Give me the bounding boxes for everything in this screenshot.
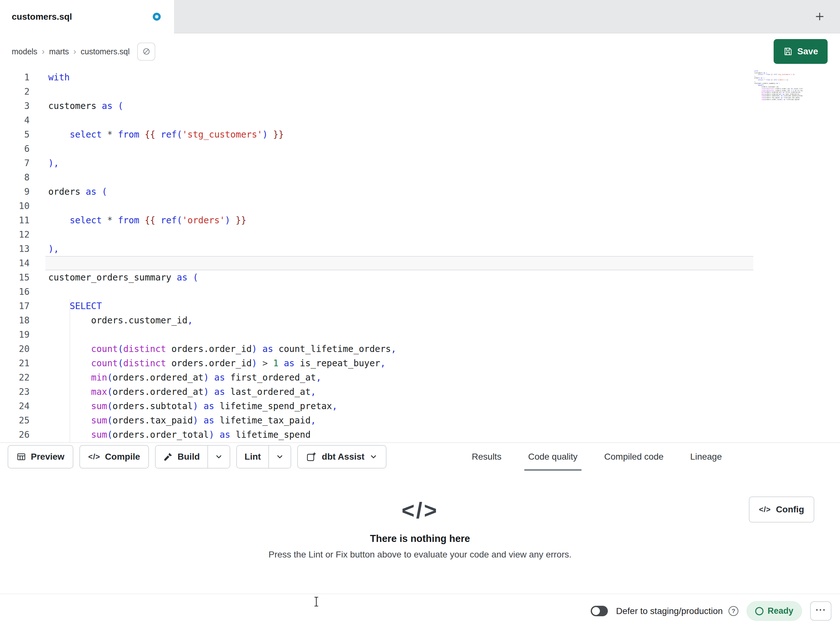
tab-code-quality[interactable]: Code quality [528,443,578,471]
code-icon: </> [88,452,100,461]
unsaved-dot-icon [153,13,161,21]
code-line[interactable]: 20 count(distinct orders.order_id) as co… [0,342,840,356]
code-line-text: sum(orders.tax_paid) as lifetime_tax_pai… [30,415,316,426]
ready-status-badge[interactable]: Ready [747,601,802,621]
breadcrumb-item-file[interactable]: customers.sql [81,47,129,56]
code-line[interactable]: 18 orders.customer_id, [0,313,840,327]
build-button[interactable]: Build [156,446,207,468]
code-line[interactable]: 19 [0,327,840,342]
code-line[interactable]: 13), [0,242,840,256]
chevron-down-icon [276,452,284,461]
lint-button[interactable]: Lint [237,446,268,468]
code-quality-panel: </> Config </> There is nothing here Pre… [0,471,840,594]
tab-results[interactable]: Results [472,443,502,471]
file-tab-title: customers.sql [12,12,72,22]
overflow-menu-button[interactable]: ⋯ [810,601,831,621]
file-tab-customers-sql[interactable]: customers.sql [0,0,174,33]
line-number: 26 [0,429,30,440]
hammer-icon [163,452,173,462]
minimap[interactable]: withcustomers as ( select * from {{ ref(… [754,70,802,147]
line-number: 4 [0,115,30,125]
code-line[interactable]: 23 max(orders.ordered_at) as last_ordere… [0,385,840,399]
preview-button[interactable]: Preview [8,445,73,468]
code-line[interactable]: 10 [0,199,840,213]
line-number: 13 [0,244,30,254]
config-button[interactable]: </> Config [749,497,814,522]
compile-button-label: Compile [105,452,140,462]
code-line[interactable]: 25 sum(orders.tax_paid) as lifetime_tax_… [0,413,840,427]
code-lines: 1with23customers as (45 select * from {{… [0,70,840,442]
code-line[interactable]: 22 min(orders.ordered_at) as first_order… [0,370,840,385]
breadcrumb-item-marts[interactable]: marts [49,47,69,56]
line-number: 17 [0,301,30,311]
code-line-text: sum(orders.order_total) as lifetime_spen… [30,429,311,440]
compile-button[interactable]: </> Compile [79,445,149,468]
code-line[interactable]: 6 [0,142,840,156]
line-number: 6 [0,144,30,154]
code-line[interactable]: 11 select * from {{ ref('orders') }} [0,213,840,228]
code-line[interactable]: 26 sum(orders.order_total) as lifetime_s… [0,427,840,442]
code-line-text: count(distinct orders.order_id) as count… [30,344,396,354]
save-button[interactable]: Save [774,39,827,64]
defer-toggle[interactable] [591,606,608,616]
dbt-assist-button[interactable]: dbt Assist [297,445,386,468]
line-number: 24 [0,401,30,411]
lint-dropdown-button[interactable] [268,446,291,468]
code-line[interactable]: 3customers as ( [0,99,840,113]
code-line[interactable]: 16 [0,285,840,299]
tab-lineage[interactable]: Lineage [690,443,722,471]
breadcrumb-item-models[interactable]: models [12,47,38,56]
code-line[interactable]: 5 select * from {{ ref('stg_customers') … [0,127,840,142]
lint-button-label: Lint [245,452,261,462]
empty-state-title: There is nothing here [370,533,470,544]
path-bar: models › marts › customers.sql Save [0,33,840,70]
ellipsis-icon: ⋯ [815,603,827,616]
line-number: 25 [0,415,30,426]
line-number: 21 [0,358,30,369]
format-button[interactable] [137,43,155,61]
code-line-text: customers as ( [30,101,123,111]
code-line[interactable]: 21 count(distinct orders.order_id) > 1 a… [0,356,840,370]
tab-compiled-code[interactable]: Compiled code [604,443,664,471]
new-tab-button[interactable] [811,8,829,25]
indent-guide [69,299,70,443]
build-dropdown-button[interactable] [207,446,230,468]
line-number: 14 [0,258,30,269]
code-editor[interactable]: 1with23customers as (45 select * from {{… [0,70,840,443]
code-line[interactable]: 2 [0,84,840,99]
code-line-text: count(distinct orders.order_id) > 1 as i… [30,358,385,369]
line-number: 10 [0,201,30,211]
line-number: 9 [0,187,30,197]
panel-tabs: Results Code quality Compiled code Linea… [472,443,722,471]
build-split-button: Build [155,445,230,468]
toggle-knob [592,607,600,615]
question-circle-icon[interactable]: ? [728,606,738,616]
editor-toolbar: Preview </> Compile Build Lint [0,443,840,471]
code-line[interactable]: 9orders as ( [0,185,840,199]
line-number: 23 [0,387,30,397]
empty-state: </> There is nothing here Press the Lint… [0,471,840,560]
line-number: 5 [0,129,30,140]
build-button-label: Build [177,452,200,462]
code-line[interactable]: 15customer_orders_summary as ( [0,270,840,285]
chevron-down-icon [369,452,377,461]
code-line[interactable]: 1with [0,70,840,84]
code-line-text: ), [30,244,59,254]
code-line[interactable]: 14 [0,256,840,270]
code-line[interactable]: 7), [0,156,840,170]
plus-icon [814,11,825,22]
code-icon: </> [759,505,771,514]
code-icon: </> [401,499,438,522]
ide-window: customers.sql models › marts › customers… [0,0,840,628]
preview-button-label: Preview [31,452,65,462]
status-bar: Defer to staging/production ? Ready ⋯ [0,594,840,628]
code-line[interactable]: 12 [0,228,840,242]
save-button-label: Save [797,46,818,57]
code-line[interactable]: 4 [0,113,840,127]
code-line-text: sum(orders.subtotal) as lifetime_spend_p… [30,401,337,411]
code-line[interactable]: 24 sum(orders.subtotal) as lifetime_spen… [0,399,840,413]
tab-bar: customers.sql [0,0,840,33]
status-ring-icon [755,607,763,615]
code-line[interactable]: 17 SELECT [0,299,840,313]
code-line[interactable]: 8 [0,170,840,185]
